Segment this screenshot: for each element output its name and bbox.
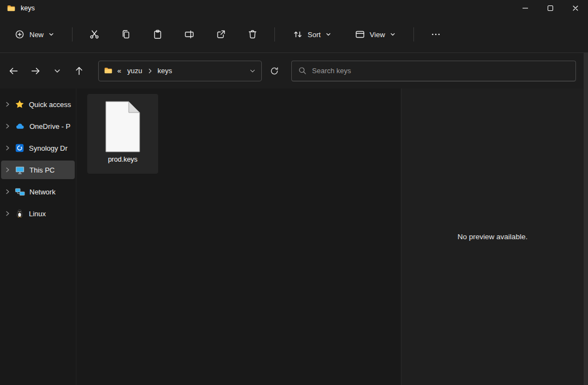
view-panel-icon [355, 29, 365, 40]
refresh-button[interactable] [265, 62, 284, 80]
blank-document-icon [103, 100, 143, 153]
copy-button[interactable] [116, 25, 136, 44]
window-title: keys [21, 4, 35, 12]
cut-button[interactable] [85, 25, 104, 44]
sidebar-item-label: OneDrive - P [29, 122, 70, 131]
plus-circle-icon [14, 29, 25, 40]
chevron-down-icon [53, 67, 62, 75]
cloud-icon [15, 121, 25, 132]
sidebar-item-linux[interactable]: Linux [1, 204, 75, 223]
sort-button[interactable]: Sort [287, 25, 337, 44]
sidebar-item-label: Linux [29, 210, 46, 218]
navigation-pane: Quick access OneDrive - P Synology Dr [0, 88, 76, 385]
paste-icon [152, 29, 163, 40]
maximize-button[interactable] [538, 0, 563, 16]
preview-pane: No preview available. [401, 88, 584, 385]
chevron-right-icon[interactable] [5, 145, 10, 151]
toolbar-separator [274, 27, 275, 42]
forward-button[interactable] [26, 62, 45, 80]
address-bar[interactable]: « yuzu keys [98, 61, 262, 81]
copy-icon [121, 29, 131, 40]
navigation-bar: « yuzu keys [0, 53, 588, 88]
arrow-left-icon [8, 66, 19, 76]
penguin-icon [15, 209, 25, 218]
rename-button[interactable] [179, 25, 199, 44]
delete-icon [247, 29, 258, 40]
view-button[interactable]: View [349, 25, 401, 44]
chevron-right-icon[interactable] [5, 123, 10, 129]
rename-icon [184, 29, 195, 40]
sidebar-item-this-pc[interactable]: This PC [1, 161, 75, 179]
share-icon [215, 29, 226, 40]
chevron-down-icon [48, 31, 55, 38]
breadcrumb-item-keys[interactable]: keys [156, 66, 174, 76]
chevron-down-icon [325, 31, 332, 38]
refresh-icon [269, 66, 279, 76]
cut-icon [89, 29, 100, 40]
sidebar-item-label: Quick access [29, 100, 71, 109]
preview-message: No preview available. [458, 233, 527, 241]
network-icon [15, 187, 25, 197]
sidebar-item-synology-drive[interactable]: Synology Dr [1, 139, 75, 157]
file-item-prod-keys[interactable]: prod.keys [87, 94, 158, 174]
chevron-down-icon [389, 31, 396, 38]
search-input[interactable] [312, 67, 569, 75]
search-icon [298, 66, 307, 75]
file-explorer-window: keys New [0, 0, 588, 385]
close-button[interactable] [563, 0, 588, 16]
folder-icon [7, 4, 16, 13]
chevron-right-icon[interactable] [5, 167, 10, 173]
sidebar-item-label: Network [29, 188, 56, 196]
synology-drive-icon [15, 143, 25, 153]
up-button[interactable] [70, 62, 88, 80]
new-button-label: New [29, 31, 44, 39]
file-list-area[interactable]: prod.keys [77, 88, 401, 385]
folder-icon [104, 66, 113, 75]
toolbar-separator [72, 27, 73, 42]
sidebar-item-label: This PC [29, 166, 55, 174]
window-controls [513, 0, 588, 16]
file-name: prod.keys [108, 156, 137, 163]
more-ellipsis-icon [430, 29, 441, 40]
sort-arrows-icon [292, 29, 303, 40]
back-button[interactable] [4, 62, 23, 80]
chevron-down-icon [249, 67, 256, 75]
breadcrumb-item-yuzu[interactable]: yuzu [125, 66, 143, 76]
sidebar-item-onedrive[interactable]: OneDrive - P [1, 117, 75, 135]
delete-button[interactable] [243, 25, 262, 44]
command-bar: New [0, 16, 588, 53]
more-options-button[interactable] [426, 25, 446, 44]
scrollbar-track[interactable] [584, 53, 588, 385]
toolbar-separator [413, 27, 414, 42]
arrow-up-icon [74, 66, 85, 76]
recent-locations-button[interactable] [48, 62, 67, 80]
share-button[interactable] [211, 25, 231, 44]
sidebar-item-quick-access[interactable]: Quick access [1, 95, 75, 114]
chevron-right-icon[interactable] [5, 102, 10, 107]
title-bar: keys [0, 0, 588, 16]
monitor-icon [15, 165, 25, 175]
chevron-right-icon[interactable] [5, 189, 10, 194]
minimize-button[interactable] [513, 0, 538, 16]
address-dropdown-button[interactable] [249, 67, 256, 75]
breadcrumb-overflow[interactable]: « [116, 66, 123, 76]
chevron-right-icon[interactable] [5, 211, 10, 216]
arrow-right-icon [30, 66, 41, 76]
new-button[interactable]: New [9, 25, 60, 44]
view-button-label: View [370, 31, 385, 39]
star-icon [15, 99, 25, 109]
sidebar-item-label: Synology Dr [29, 144, 68, 152]
chevron-right-icon [147, 68, 153, 74]
paste-button[interactable] [148, 25, 167, 44]
sort-button-label: Sort [308, 31, 321, 39]
search-box [291, 61, 576, 81]
explorer-body: Quick access OneDrive - P Synology Dr [0, 88, 588, 385]
sidebar-item-network[interactable]: Network [1, 182, 75, 201]
